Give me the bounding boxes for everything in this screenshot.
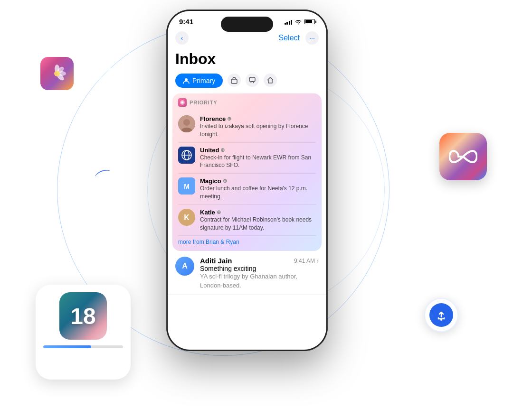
inbox-title: Inbox	[168, 48, 326, 74]
email-content-florence: Florence ⊕ Invited to izakaya soft openi…	[200, 115, 316, 139]
svg-point-4	[54, 71, 60, 76]
priority-section: PRIORITY Florence ⊕	[172, 93, 322, 251]
promo-icon	[266, 76, 274, 84]
email-item-magico[interactable]: M Magico ⊕ Order lunch and coffee for Ne…	[178, 174, 316, 205]
svg-rect-8	[249, 77, 255, 82]
flower-svg	[48, 64, 66, 83]
shopping-icon	[230, 76, 238, 84]
tab-chat[interactable]	[246, 74, 259, 87]
more-dots: ···	[309, 34, 315, 42]
infinity-app-icon	[439, 133, 487, 180]
primary-tab-label: Primary	[192, 77, 215, 84]
status-icons	[285, 19, 315, 25]
battery-fill	[305, 20, 312, 23]
avatar-katie: K	[178, 209, 195, 226]
iphone-mockup: 9:41	[166, 9, 328, 351]
infinity-svg	[449, 147, 477, 166]
email-main-aditi: Aditi Jain 9:41 AM › Something exciting …	[200, 257, 319, 289]
ai-icon-2: ⊕	[220, 147, 225, 153]
ios18-progress-fill	[43, 345, 91, 348]
swirl-decoration: ⌒	[91, 164, 118, 195]
status-time: 9:41	[179, 18, 193, 26]
more-from-label[interactable]: more from Brian & Ryan	[178, 236, 316, 246]
email-preview-katie: Contract for Michael Robinson's book nee…	[200, 216, 316, 232]
select-button[interactable]: Select	[279, 34, 300, 42]
category-tabs: Primary	[168, 74, 326, 88]
priority-logo	[178, 98, 187, 107]
ios18-card-container: 18	[36, 285, 131, 380]
ai-icon-4: ⊕	[217, 209, 221, 215]
svg-point-10	[181, 102, 184, 104]
email-time-aditi: 9:41 AM ›	[294, 258, 319, 264]
avatar-florence	[178, 115, 195, 132]
mail-header: ‹ Select ···	[168, 29, 326, 48]
svg-point-5	[440, 319, 442, 321]
upload-svg	[435, 308, 448, 322]
iphone-frame: 9:41	[166, 9, 328, 351]
priority-logo-svg	[180, 100, 185, 105]
magico-avatar-img: M	[178, 177, 195, 195]
email-content-katie: Katie ⊕ Contract for Michael Robinson's …	[200, 209, 316, 232]
email-preview-united: Check-in for flight to Newark EWR from S…	[200, 154, 316, 170]
back-arrow: ‹	[181, 34, 183, 42]
email-row-aditi: Aditi Jain 9:41 AM ›	[200, 257, 319, 265]
svg-rect-7	[231, 79, 237, 83]
email-sender-magico: Magico ⊕	[200, 177, 316, 185]
dynamic-island	[221, 17, 273, 32]
email-preview-magico: Order lunch and coffee for Neeta's 12 p.…	[200, 185, 316, 201]
ios18-logo: 18	[59, 292, 107, 340]
email-content-united: United ⊕ Check-in for flight to Newark E…	[200, 147, 316, 170]
ai-icon-3: ⊕	[223, 178, 227, 184]
more-button[interactable]: ···	[305, 31, 319, 45]
wifi-icon	[294, 19, 302, 25]
email-preview-florence: Invited to izakaya soft opening by Flore…	[200, 122, 316, 139]
email-item-united[interactable]: United ⊕ Check-in for flight to Newark E…	[178, 143, 316, 174]
katie-avatar-img: K	[178, 209, 195, 226]
avatar-magico: M	[178, 177, 195, 195]
email-sender-florence: Florence ⊕	[200, 115, 316, 122]
priority-header: PRIORITY	[178, 98, 316, 107]
iphone-screen: 9:41	[168, 11, 326, 350]
upload-button[interactable]	[424, 298, 458, 332]
email-sender-katie: Katie ⊕	[200, 209, 316, 216]
flower-app-icon	[40, 57, 74, 90]
avatar-united	[178, 147, 195, 164]
florence-avatar-img	[178, 115, 195, 132]
chevron-right: ›	[317, 258, 319, 264]
svg-point-12	[183, 119, 190, 126]
chat-icon	[248, 76, 256, 84]
avatar-aditi: A	[175, 257, 194, 276]
person-icon	[183, 77, 190, 84]
tab-shopping[interactable]	[228, 74, 241, 87]
battery-icon	[304, 19, 315, 24]
upload-icon	[429, 303, 453, 327]
email-content-magico: Magico ⊕ Order lunch and coffee for Neet…	[200, 177, 316, 201]
email-item-aditi[interactable]: A Aditi Jain 9:41 AM › Something excitin…	[168, 252, 326, 295]
email-subject-aditi: Something exciting	[200, 265, 319, 272]
svg-text:M: M	[184, 183, 190, 190]
header-actions: Select ···	[279, 31, 319, 45]
priority-label: PRIORITY	[190, 100, 217, 105]
back-button[interactable]: ‹	[175, 31, 189, 45]
email-item-katie[interactable]: K Katie ⊕ Contract for Michael Robinson'…	[178, 205, 316, 236]
tab-primary[interactable]: Primary	[175, 74, 223, 88]
email-name-aditi: Aditi Jain	[200, 257, 232, 265]
email-sender-united: United ⊕	[200, 147, 316, 154]
email-item-florence[interactable]: Florence ⊕ Invited to izakaya soft openi…	[178, 111, 316, 143]
ios18-progress-bar	[43, 345, 123, 348]
svg-point-6	[185, 78, 188, 81]
signal-icon	[285, 19, 293, 25]
united-avatar-img	[178, 147, 195, 164]
svg-text:K: K	[184, 213, 190, 222]
ai-icon: ⊕	[227, 116, 231, 122]
email-body-aditi: YA sci-fi trilogy by Ghanaian author, Lo…	[200, 272, 319, 289]
battery-tip	[315, 20, 316, 23]
tab-promo[interactable]	[264, 74, 277, 87]
